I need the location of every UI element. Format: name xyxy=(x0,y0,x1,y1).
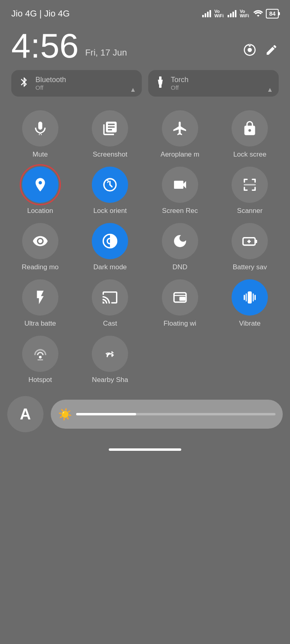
wifi-icon xyxy=(253,10,263,18)
mute-label: Mute xyxy=(33,151,48,159)
screenshot-label: Screenshot xyxy=(93,151,127,159)
header-icons xyxy=(242,43,279,63)
tiles-grid: Mute Screenshot Aeroplane m Lock scree L… xyxy=(0,101,290,384)
tile-vibrate[interactable]: Vibrate xyxy=(217,279,283,328)
bottom-section: A ☀️ xyxy=(0,384,290,432)
tile-cast[interactable]: Cast xyxy=(77,279,143,328)
floating-wi-label: Floating wi xyxy=(164,320,196,328)
dnd-circle xyxy=(162,223,198,259)
tile-lock-screen[interactable]: Lock scree xyxy=(217,110,283,159)
torch-toggle[interactable]: Torch Off ▲ xyxy=(148,70,279,97)
brightness-icon: ☀️ xyxy=(58,408,72,421)
font-size-button[interactable]: A xyxy=(7,396,44,432)
cast-circle xyxy=(92,279,128,316)
top-toggles: Bluetooth Off ▲ Torch Off ▲ xyxy=(0,63,290,101)
cast-label: Cast xyxy=(103,320,117,328)
tile-aeroplane[interactable]: Aeroplane m xyxy=(147,110,213,159)
svg-rect-12 xyxy=(244,184,256,185)
date-display: Fri, 17 Jun xyxy=(85,47,127,63)
tile-dark-mode[interactable]: Dark mode xyxy=(77,223,143,271)
reading-mode-circle xyxy=(22,223,58,259)
screenshot-circle xyxy=(92,110,128,147)
svg-rect-10 xyxy=(255,179,256,183)
svg-point-27 xyxy=(39,356,41,359)
tile-hotspot[interactable]: Hotspot xyxy=(7,336,73,384)
scanner-label: Scanner xyxy=(237,207,263,215)
font-label: A xyxy=(20,406,31,423)
vowifi1-label: VoWiFi xyxy=(214,9,224,18)
tile-screen-rec[interactable]: Screen Rec xyxy=(147,167,213,215)
mute-circle xyxy=(22,110,58,147)
tile-reading-mode[interactable]: Reading mo xyxy=(7,223,73,271)
svg-rect-24 xyxy=(255,295,256,300)
ultra-batte-circle xyxy=(22,279,58,316)
home-indicator[interactable] xyxy=(109,448,181,451)
tile-floating-wi[interactable]: Floating wi xyxy=(147,279,213,328)
time-display: 4:56 xyxy=(11,28,79,63)
torch-labels: Torch Off xyxy=(171,76,188,91)
hotspot-circle xyxy=(22,336,58,372)
svg-rect-8 xyxy=(244,179,245,183)
scanner-circle xyxy=(232,167,268,203)
svg-rect-20 xyxy=(179,297,185,301)
settings-icon[interactable] xyxy=(242,43,257,57)
lock-orient-circle xyxy=(92,167,128,203)
battery-sav-label: Battery sav xyxy=(233,263,267,271)
ultra-batte-label: Ultra batte xyxy=(25,320,56,328)
bluetooth-labels: Bluetooth Off xyxy=(35,76,66,91)
lock-screen-label: Lock scree xyxy=(233,151,266,159)
vowifi2-label: VoWiFi xyxy=(240,9,249,18)
nearby-share-label: Nearby Sha xyxy=(92,376,128,384)
svg-rect-2 xyxy=(159,85,162,88)
svg-marker-1 xyxy=(158,80,163,85)
tile-location[interactable]: Location xyxy=(7,167,73,215)
vibrate-label: Vibrate xyxy=(239,320,261,328)
screen-rec-label: Screen Rec xyxy=(162,207,198,215)
svg-rect-0 xyxy=(159,76,162,80)
bluetooth-icon xyxy=(19,76,30,91)
bluetooth-arrow: ▲ xyxy=(130,86,136,93)
nearby-share-circle xyxy=(92,336,128,372)
reading-mode-label: Reading mo xyxy=(22,263,59,271)
brightness-slider-container[interactable]: ☀️ xyxy=(51,400,283,429)
battery-sav-circle xyxy=(232,223,268,259)
svg-rect-25 xyxy=(246,293,247,301)
tile-mute[interactable]: Mute xyxy=(7,110,73,159)
svg-rect-26 xyxy=(253,293,254,301)
torch-arrow: ▲ xyxy=(267,86,273,93)
edit-icon[interactable] xyxy=(264,43,279,57)
status-icons: VoWiFi VoWiFi 84 xyxy=(202,9,279,19)
tile-scanner[interactable]: Scanner xyxy=(217,167,283,215)
svg-rect-9 xyxy=(244,187,245,191)
dark-mode-circle xyxy=(92,223,128,259)
svg-rect-22 xyxy=(248,291,252,303)
tile-lock-orient[interactable]: Lock orient xyxy=(77,167,143,215)
tile-nearby-share[interactable]: Nearby Sha xyxy=(77,336,143,384)
dnd-label: DND xyxy=(172,263,187,271)
svg-rect-23 xyxy=(244,295,245,300)
vibrate-circle xyxy=(232,279,268,316)
signal1-icon xyxy=(202,10,211,17)
status-bar: Jio 4G | Jio 4G VoWiFi VoWiFi 84 xyxy=(0,0,290,24)
carrier-text: Jio 4G | Jio 4G xyxy=(11,8,70,19)
bluetooth-toggle[interactable]: Bluetooth Off ▲ xyxy=(11,70,142,97)
svg-rect-16 xyxy=(255,240,257,243)
tile-dnd[interactable]: DND xyxy=(147,223,213,271)
aeroplane-label: Aeroplane m xyxy=(161,151,199,159)
tile-ultra-batte[interactable]: Ultra batte xyxy=(7,279,73,328)
location-label: Location xyxy=(27,207,53,215)
dark-mode-label: Dark mode xyxy=(93,263,127,271)
brightness-track xyxy=(76,413,276,415)
lock-orient-label: Lock orient xyxy=(93,207,127,215)
location-circle xyxy=(22,167,58,203)
svg-rect-11 xyxy=(255,187,256,191)
time-date-row: 4:56 Fri, 17 Jun xyxy=(0,24,290,63)
tile-screenshot[interactable]: Screenshot xyxy=(77,110,143,159)
tile-battery-sav[interactable]: Battery sav xyxy=(217,223,283,271)
lock-screen-circle xyxy=(232,110,268,147)
torch-icon xyxy=(155,76,165,91)
aeroplane-circle xyxy=(162,110,198,147)
signal2-icon xyxy=(228,10,236,17)
floating-wi-circle xyxy=(162,279,198,316)
hotspot-label: Hotspot xyxy=(28,376,52,384)
